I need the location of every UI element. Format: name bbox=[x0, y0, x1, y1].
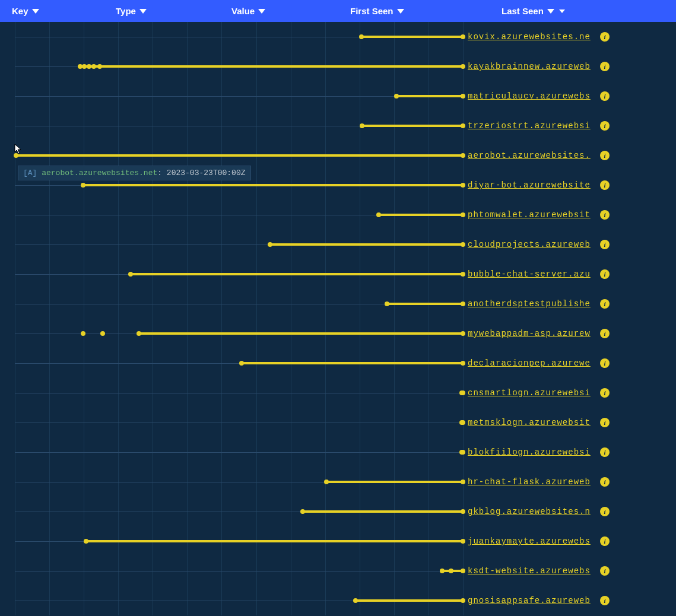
sort-desc-icon[interactable] bbox=[559, 9, 565, 13]
timeline-dot-end[interactable] bbox=[461, 331, 465, 336]
timeline-dot-end[interactable] bbox=[461, 480, 465, 484]
timeline-track[interactable] bbox=[0, 259, 463, 289]
timeline-track[interactable] bbox=[0, 586, 463, 615]
domain-link[interactable]: hr-chat-flask.azureweb bbox=[468, 477, 595, 487]
timeline-segment[interactable] bbox=[131, 273, 463, 275]
timeline-dot-start[interactable] bbox=[360, 123, 364, 128]
timeline-dot-start[interactable] bbox=[84, 539, 88, 544]
timeline-dot-end[interactable] bbox=[461, 420, 465, 425]
info-icon[interactable]: i bbox=[600, 536, 610, 546]
timeline-dot[interactable] bbox=[82, 64, 87, 69]
filter-icon[interactable] bbox=[547, 9, 554, 14]
timeline-dot-end[interactable] bbox=[461, 598, 465, 603]
filter-icon[interactable] bbox=[397, 9, 404, 14]
timeline-dot-start[interactable] bbox=[394, 94, 399, 99]
header-last-seen[interactable]: Last Seen bbox=[502, 6, 650, 16]
timeline-dot-start[interactable] bbox=[353, 598, 358, 603]
info-icon[interactable]: i bbox=[600, 210, 610, 220]
info-icon[interactable]: i bbox=[600, 151, 610, 160]
timeline-dot[interactable] bbox=[87, 64, 91, 69]
timeline-segment[interactable] bbox=[303, 510, 463, 513]
timeline-dot-start[interactable] bbox=[268, 242, 272, 247]
info-icon[interactable]: i bbox=[600, 418, 610, 427]
timeline-track[interactable] bbox=[0, 437, 463, 467]
timeline-segment[interactable] bbox=[139, 332, 463, 335]
timeline-track[interactable] bbox=[0, 526, 463, 556]
timeline-dot-start[interactable] bbox=[359, 34, 364, 39]
timeline-dot-start[interactable] bbox=[81, 183, 85, 188]
timeline-track[interactable] bbox=[0, 467, 463, 497]
domain-link[interactable]: kayakbrainnew.azureweb bbox=[468, 62, 595, 71]
domain-link[interactable]: cloudprojects.azureweb bbox=[468, 240, 595, 249]
timeline-track[interactable] bbox=[0, 81, 463, 111]
timeline-dot-end[interactable] bbox=[461, 123, 465, 128]
timeline-track[interactable] bbox=[0, 556, 463, 586]
header-value[interactable]: Value bbox=[231, 6, 350, 16]
info-icon[interactable]: i bbox=[600, 299, 610, 309]
timeline-dot-end[interactable] bbox=[461, 272, 465, 277]
info-icon[interactable]: i bbox=[600, 566, 610, 576]
header-type[interactable]: Type bbox=[116, 6, 231, 16]
timeline-dot-end[interactable] bbox=[461, 242, 465, 247]
header-first-seen[interactable]: First Seen bbox=[350, 6, 502, 16]
timeline-dot-end[interactable] bbox=[461, 361, 465, 366]
info-icon[interactable]: i bbox=[600, 447, 610, 457]
timeline-dot-start[interactable] bbox=[128, 272, 133, 277]
timeline-segment[interactable] bbox=[242, 362, 463, 364]
timeline-dot[interactable] bbox=[81, 331, 85, 336]
info-icon[interactable]: i bbox=[600, 269, 610, 279]
domain-link[interactable]: cnsmartlogn.azurewebsi bbox=[468, 388, 595, 398]
timeline-dot[interactable] bbox=[97, 64, 102, 69]
domain-link[interactable]: trzeriostrt.azurewebsi bbox=[468, 121, 595, 131]
timeline-dot-start[interactable] bbox=[14, 153, 18, 158]
timeline-track[interactable]: [A] aerobot.azurewebsites.net: 2023-03-2… bbox=[0, 141, 463, 170]
domain-link[interactable]: gnosisappsafe.azureweb bbox=[468, 596, 595, 605]
timeline-dot-end[interactable] bbox=[461, 569, 465, 573]
domain-link[interactable]: phtomwalet.azurewebsit bbox=[468, 210, 595, 220]
timeline-dot-start[interactable] bbox=[385, 301, 389, 306]
timeline-dot[interactable] bbox=[100, 331, 105, 336]
info-icon[interactable]: i bbox=[600, 329, 610, 338]
domain-link[interactable]: juankaymayte.azurewebs bbox=[468, 536, 595, 546]
info-icon[interactable]: i bbox=[600, 121, 610, 131]
filter-icon[interactable] bbox=[258, 9, 265, 14]
timeline-segment[interactable] bbox=[86, 540, 463, 542]
timeline-track[interactable] bbox=[0, 408, 463, 437]
timeline-segment[interactable] bbox=[356, 599, 463, 602]
timeline-dot-end[interactable] bbox=[461, 390, 465, 395]
domain-link[interactable]: metmsklogn.azurewebsit bbox=[468, 418, 595, 427]
timeline-track[interactable] bbox=[0, 378, 463, 408]
domain-link[interactable]: ksdt-website.azurewebs bbox=[468, 566, 595, 576]
filter-icon[interactable] bbox=[32, 9, 39, 14]
timeline-track[interactable] bbox=[0, 22, 463, 52]
timeline-segment[interactable] bbox=[387, 303, 463, 305]
timeline-track[interactable] bbox=[0, 52, 463, 81]
domain-link[interactable]: gkblog.azurewebsites.n bbox=[468, 507, 595, 516]
timeline-dot-end[interactable] bbox=[461, 509, 465, 514]
info-icon[interactable]: i bbox=[600, 596, 610, 605]
timeline-track[interactable] bbox=[0, 230, 463, 259]
timeline-dot-start[interactable] bbox=[324, 480, 329, 484]
timeline-dot-end[interactable] bbox=[461, 301, 465, 306]
info-icon[interactable]: i bbox=[600, 32, 610, 42]
timeline-dot-end[interactable] bbox=[461, 64, 465, 69]
timeline-dot-end[interactable] bbox=[461, 539, 465, 544]
domain-link[interactable]: mywebappadm-asp.azurew bbox=[468, 329, 595, 338]
domain-link[interactable]: declaracionpep.azurewe bbox=[468, 358, 595, 368]
timeline-dot-end[interactable] bbox=[461, 450, 465, 455]
timeline-segment[interactable] bbox=[80, 65, 463, 68]
timeline-dot-end[interactable] bbox=[461, 212, 465, 217]
info-icon[interactable]: i bbox=[600, 62, 610, 71]
timeline-track[interactable] bbox=[0, 289, 463, 319]
timeline-dot-start[interactable] bbox=[137, 331, 141, 336]
info-icon[interactable]: i bbox=[600, 358, 610, 368]
timeline-segment[interactable] bbox=[270, 243, 463, 246]
domain-link[interactable]: matriculaucv.azurewebs bbox=[468, 91, 595, 101]
timeline-dot[interactable] bbox=[449, 569, 453, 573]
timeline-segment[interactable] bbox=[326, 481, 463, 483]
timeline-dot-start[interactable] bbox=[376, 212, 381, 217]
timeline-dot-start[interactable] bbox=[300, 509, 305, 514]
info-icon[interactable]: i bbox=[600, 180, 610, 190]
timeline-segment[interactable] bbox=[396, 95, 463, 97]
info-icon[interactable]: i bbox=[600, 388, 610, 398]
